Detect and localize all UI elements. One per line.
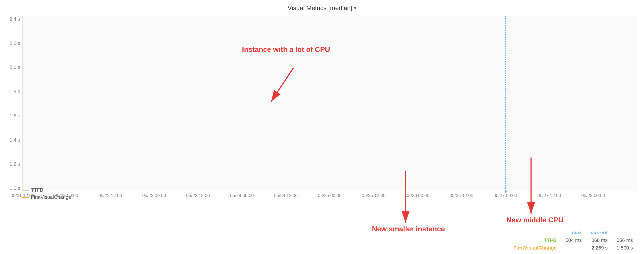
smaller-instance-arrow — [388, 169, 432, 231]
grid-line — [23, 91, 637, 91]
stats-row-ttfb: TTFB 504 ms 868 ms 556 ms — [509, 236, 637, 244]
x-label: 05/27 00:00 — [494, 193, 517, 198]
x-label: 05/26 12:00 — [450, 193, 473, 198]
x-label: 05/23 00:00 — [142, 193, 166, 198]
chart-title-text: Visual Metrics [median] — [288, 5, 352, 12]
y-label: 1.8 s — [7, 89, 22, 94]
svg-line-1 — [271, 68, 294, 101]
middle-cpu-arrow — [520, 155, 554, 220]
chart-title-chevron[interactable]: ▾ — [354, 6, 356, 11]
chart-container: Visual Metrics [median] ▾ 2.4 s2.2 s2.0 … — [0, 0, 644, 254]
legend-ttfb: TTFB — [22, 187, 71, 193]
stats-header-current: current — [586, 229, 612, 236]
y-label: 1.6 s — [7, 113, 22, 119]
stats-fvc-placeholder — [561, 244, 586, 252]
x-label: 05/25 12:00 — [362, 193, 386, 198]
legend-fvc: FirstVisualChange — [22, 194, 71, 200]
chart-area: 2.4 s2.2 s2.0 s1.8 s1.6 s1.4 s1.2 s1.0 s… — [7, 16, 637, 200]
ttfb-legend-label: TTFB — [31, 187, 43, 193]
fvc-legend-label: FirstVisualChange — [31, 194, 71, 200]
y-label: 1.2 s — [7, 161, 22, 167]
legend: TTFB FirstVisualChange — [22, 187, 71, 200]
chart-title[interactable]: Visual Metrics [median] ▾ — [7, 5, 637, 12]
grid-line — [23, 41, 637, 41]
stats-fvc-max: 2.269 s — [586, 244, 612, 252]
y-label: 2.4 s — [7, 16, 22, 22]
stats-ttfb-label: TTFB — [509, 236, 561, 244]
x-label: 05/24 12:00 — [274, 193, 298, 198]
fvc-legend-line — [22, 197, 29, 198]
y-label: 2.0 s — [7, 64, 22, 70]
y-label: 1.0 s — [7, 185, 22, 191]
y-axis: 2.4 s2.2 s2.0 s1.8 s1.6 s1.4 s1.2 s1.0 s — [7, 16, 22, 200]
stats-ttfb-current: 556 ms — [612, 236, 637, 244]
stats-ttfb-max: 868 ms — [586, 236, 612, 244]
x-label: 05/22 12:00 — [98, 193, 122, 198]
y-label: 1.4 s — [7, 137, 22, 143]
cpu-annotation-text: Instance with a lot of CPU — [242, 45, 330, 54]
y-label: 2.2 s — [7, 40, 22, 46]
stats-fvc-current: 1.500 s — [612, 244, 637, 252]
x-label: 05/28 00:00 — [581, 193, 605, 198]
x-label: 05/23 12:00 — [186, 193, 210, 198]
ttfb-legend-line — [22, 190, 29, 190]
stats-table: max current TTFB 504 ms 868 ms 556 ms Fi… — [509, 229, 637, 252]
stats-header-max: max — [561, 229, 586, 236]
stats-ttfb-504: 504 ms — [561, 236, 586, 244]
x-label: 05/24 00:00 — [230, 193, 254, 198]
stats-row-fvc: FirstVisualChange 2.269 s 1.500 s — [509, 244, 637, 252]
stats-fvc-label: FirstVisualChange — [509, 244, 561, 252]
cpu-arrow — [264, 66, 309, 110]
x-label: 05/25 00:00 — [318, 193, 342, 198]
grid-line — [23, 141, 637, 141]
